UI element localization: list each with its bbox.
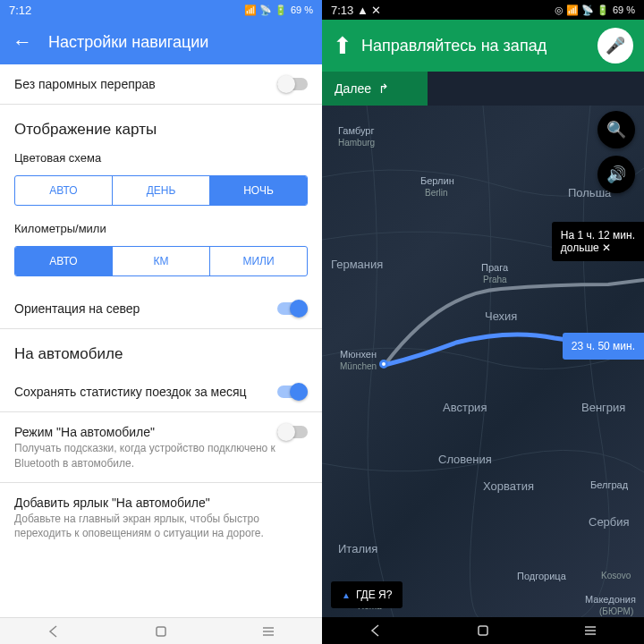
label-hungary: Венгрия [581,401,625,414]
carmode-desc: Получать подсказки, когда устройство под… [0,441,322,482]
label-austria: Австрия [443,401,487,414]
shortcut-row[interactable]: Добавить ярлык "На автомобиле" [0,483,322,512]
arrow-up-icon: ⬆ [333,32,352,60]
direction-text: Направляйтесь на запад [361,37,589,55]
where-am-i-button[interactable]: ГДЕ Я? [331,581,402,608]
svg-rect-4 [479,626,487,635]
label-macedonia: Македония [585,594,636,605]
navbar-right [322,617,644,644]
seg-night[interactable]: НОЧЬ [210,176,307,205]
label-croatia: Хорватия [483,479,534,493]
time-right: 7:13 ▲ ✕ [331,4,381,17]
label-italy: Италия [338,542,377,555]
nav-back[interactable] [31,623,76,640]
map-canvas[interactable]: Гамбург Hamburg Берлин Berlin Польша Гер… [322,106,644,617]
nav-back-r[interactable] [353,622,398,640]
audio-button[interactable]: 🔊 [597,156,635,193]
nav-settings-header: ← Настройки навигации [0,20,322,64]
nav-direction-header: ⬆ Направляйтесь на запад 🎤 [322,20,644,72]
seg-units-auto[interactable]: АВТО [15,247,113,275]
eta-main-route[interactable]: 23 ч. 50 мин. [563,333,644,360]
next-step-bar[interactable]: Далее ↱ [322,72,428,106]
label-belgrade: Белград [590,479,628,490]
ferry-toggle[interactable] [277,78,308,90]
label-serbia: Сербия [589,515,630,529]
status-icons-right: ◎ 📶 📡 🔋 69 % [555,4,635,16]
mic-button[interactable]: 🎤 [597,28,633,64]
stats-row[interactable]: Сохранять статистику поездок за месяц [0,372,322,411]
back-icon[interactable]: ← [13,30,32,54]
search-button[interactable]: 🔍 [597,111,635,148]
carmode-toggle[interactable] [277,426,308,438]
turn-right-icon: ↱ [378,81,389,96]
label-kosovo: Kosovo [601,571,631,580]
seg-auto[interactable]: АВТО [15,176,113,205]
time: 7:12 [9,4,31,17]
north-toggle[interactable] [277,302,308,315]
car-section-title: На автомобиле [0,329,322,372]
label-munich2: München [340,361,377,371]
carmode-row[interactable]: Режим "На автомобиле" [0,412,322,441]
label-hamburg2: Hamburg [338,138,375,148]
shortcut-desc: Добавьте на главный экран ярлык, чтобы б… [0,512,322,553]
label-czech: Чехия [485,309,517,323]
eta-alt-route[interactable]: На 1 ч. 12 мин. дольше ✕ [552,222,644,261]
label-germany: Германия [331,258,383,271]
page-title: Настройки навигации [48,33,208,52]
color-scheme-label: Цветовая схема [0,148,322,172]
label-munich: Мюнхен [340,349,377,360]
label-prague: Прага [481,262,508,273]
nav-home[interactable] [139,623,183,640]
seg-km[interactable]: КМ [113,247,210,275]
units-label: Километры/мили [0,218,322,242]
stats-toggle[interactable] [277,386,308,398]
statusbar-left: 7:12 📶 📡 🔋69 % [0,0,322,20]
statusbar-right: 7:13 ▲ ✕ ◎ 📶 📡 🔋 69 % [322,0,644,20]
north-row[interactable]: Ориентация на север [0,289,322,328]
units-selector: АВТО КМ МИЛИ [14,246,308,276]
label-slovenia: Словения [438,453,492,466]
nav-recent-r[interactable] [568,622,613,640]
seg-day[interactable]: ДЕНЬ [113,176,210,205]
navbar-left [0,617,322,644]
origin-dot [379,360,388,369]
nav-home-r[interactable] [461,622,505,640]
color-scheme-selector: АВТО ДЕНЬ НОЧЬ [14,175,308,206]
nav-recent[interactable] [246,623,291,640]
label-podgorica: Подгорица [517,571,566,581]
ferry-row[interactable]: Без паромных переправ [0,64,322,104]
label-berlin: Берлин [420,175,454,186]
label-fyrom: (БЮРМ) [599,606,633,616]
label-hamburg: Гамбург [338,125,374,136]
seg-miles[interactable]: МИЛИ [210,247,307,275]
label-berlin2: Berlin [425,188,448,198]
status-icons: 📶 📡 🔋69 % [244,4,313,16]
label-prague2: Praha [483,275,507,284]
svg-rect-0 [157,627,165,636]
map-section-title: Отображение карты [0,105,322,148]
